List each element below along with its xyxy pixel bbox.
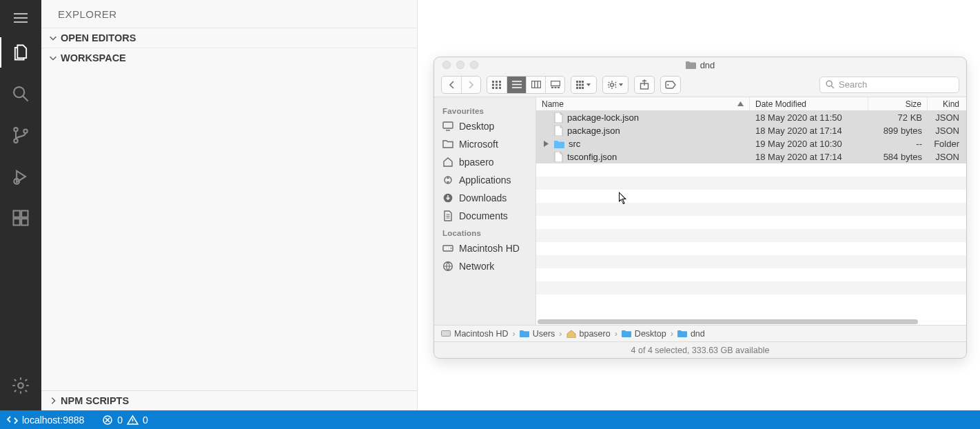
chevron-down-icon — [48, 53, 58, 63]
svg-rect-28 — [576, 83, 578, 86]
status-remote[interactable]: localhost:9888 — [0, 410, 91, 429]
svg-rect-31 — [576, 87, 578, 89]
error-icon — [102, 415, 113, 426]
remote-icon — [7, 415, 18, 426]
finder-titlebar[interactable]: dnd — [434, 57, 966, 72]
explorer-title: EXPLORER — [41, 0, 417, 28]
svg-rect-23 — [554, 87, 556, 88]
chevron-right-icon: › — [615, 329, 617, 339]
grid-icon — [492, 81, 502, 89]
col-date-label: Date Modified — [755, 99, 806, 109]
status-problems[interactable]: 0 0 — [95, 415, 155, 426]
activity-search[interactable] — [0, 73, 41, 114]
share-button[interactable] — [635, 77, 654, 93]
sidebar-item-label: Macintosh HD — [459, 243, 520, 254]
section-workspace[interactable]: WORKSPACE — [41, 48, 417, 68]
svg-point-3 — [23, 129, 27, 132]
path-label: Users — [533, 329, 555, 339]
sidebar-item-applications[interactable]: Applications — [434, 171, 535, 189]
list-row[interactable]: package-lock.json18 May 2020 at 11:5072 … — [536, 111, 966, 124]
grid-dropdown-icon — [576, 81, 591, 89]
path-segment[interactable]: Desktop — [622, 329, 666, 339]
row-name: src — [569, 139, 580, 149]
svg-point-42 — [451, 248, 452, 249]
finder-sidebar: Favourites DesktopMicrosoftbpaseroApplic… — [434, 97, 536, 325]
menu-button[interactable] — [0, 4, 41, 32]
chevron-right-icon: › — [671, 329, 673, 339]
section-open-editors[interactable]: OPEN EDITORS — [41, 28, 417, 48]
path-segment[interactable]: Users — [520, 329, 555, 339]
sidebar-item-downloads[interactable]: Downloads — [434, 189, 535, 207]
sidebar-item-documents[interactable]: Documents — [434, 207, 535, 225]
finder-window: dnd — [433, 57, 967, 359]
sidebar-item-label: Network — [459, 261, 494, 272]
tags-button[interactable] — [661, 77, 680, 93]
activity-run[interactable] — [0, 156, 41, 197]
sidebar-item-microsoft[interactable]: Microsoft — [434, 135, 535, 153]
section-workspace-label: WORKSPACE — [61, 52, 126, 63]
list-rows[interactable]: package-lock.json18 May 2020 at 11:5072 … — [536, 111, 966, 318]
view-list-button[interactable] — [507, 77, 526, 93]
tag-icon — [665, 81, 676, 89]
arrange-button[interactable] — [571, 77, 596, 93]
view-icon-button[interactable] — [487, 77, 507, 93]
sidebar-item-icon — [442, 174, 453, 186]
share-icon — [640, 79, 649, 90]
svg-rect-29 — [579, 83, 581, 86]
view-gallery-button[interactable] — [545, 77, 564, 93]
list-row[interactable]: src19 May 2020 at 10:30--Folder — [536, 137, 966, 150]
svg-rect-7 — [21, 219, 28, 225]
list-row — [536, 295, 966, 308]
scrollbar-thumb[interactable] — [538, 319, 918, 324]
row-name: tsconfig.json — [567, 152, 617, 162]
action-button[interactable] — [603, 77, 628, 93]
activity-extensions[interactable] — [0, 197, 41, 239]
row-name: package.json — [567, 126, 620, 136]
favourites-heading: Favourites — [434, 103, 535, 117]
back-button[interactable] — [442, 77, 461, 93]
svg-rect-5 — [14, 211, 20, 217]
col-kind[interactable]: Kind — [928, 97, 966, 110]
sidebar-item-network[interactable]: Network — [434, 257, 535, 275]
share-button-group — [634, 76, 655, 94]
sidebar-item-bpasero[interactable]: bpasero — [434, 153, 535, 171]
finder-search[interactable]: Search — [819, 77, 959, 93]
path-segment[interactable]: dnd — [677, 329, 705, 339]
svg-rect-22 — [551, 87, 553, 88]
sidebar-item-macintosh-hd[interactable]: Macintosh HD — [434, 239, 535, 257]
list-row — [536, 281, 966, 295]
list-row[interactable]: tsconfig.json18 May 2020 at 17:14584 byt… — [536, 150, 966, 163]
list-icon — [512, 81, 522, 88]
path-label: bpasero — [580, 329, 611, 339]
section-npm-scripts[interactable]: NPM SCRIPTS — [41, 390, 417, 410]
section-npm-scripts-label: NPM SCRIPTS — [61, 395, 129, 406]
status-errors: 0 — [117, 415, 123, 426]
finder-body: Favourites DesktopMicrosoftbpaseroApplic… — [434, 97, 966, 325]
branch-icon — [11, 126, 30, 145]
svg-rect-13 — [499, 81, 501, 83]
list-row[interactable]: package.json18 May 2020 at 17:14899 byte… — [536, 124, 966, 137]
list-row — [536, 190, 966, 203]
col-name[interactable]: Name — [536, 97, 750, 110]
list-row — [536, 163, 966, 177]
horizontal-scrollbar[interactable] — [536, 318, 966, 325]
activity-scm[interactable] — [0, 114, 41, 156]
sidebar-item-desktop[interactable]: Desktop — [434, 117, 535, 135]
forward-button[interactable] — [461, 77, 480, 93]
path-segment[interactable]: bpasero — [566, 329, 611, 339]
file-icon — [554, 152, 563, 162]
col-size[interactable]: Size — [868, 97, 928, 110]
sort-asc-icon — [737, 101, 744, 106]
col-date[interactable]: Date Modified — [750, 97, 868, 110]
activity-settings[interactable] — [0, 365, 41, 406]
path-bar: Macintosh HD›Users›bpasero›Desktop›dnd — [434, 325, 966, 341]
path-segment[interactable]: Macintosh HD — [441, 329, 509, 339]
explorer-tree[interactable] — [41, 68, 417, 390]
activity-explorer[interactable] — [0, 32, 41, 73]
disclosure-triangle[interactable] — [542, 141, 550, 147]
sidebar-item-icon — [442, 121, 453, 132]
svg-rect-24 — [558, 87, 560, 88]
file-icon — [554, 112, 563, 123]
view-column-button[interactable] — [526, 77, 545, 93]
svg-point-36 — [667, 83, 668, 85]
